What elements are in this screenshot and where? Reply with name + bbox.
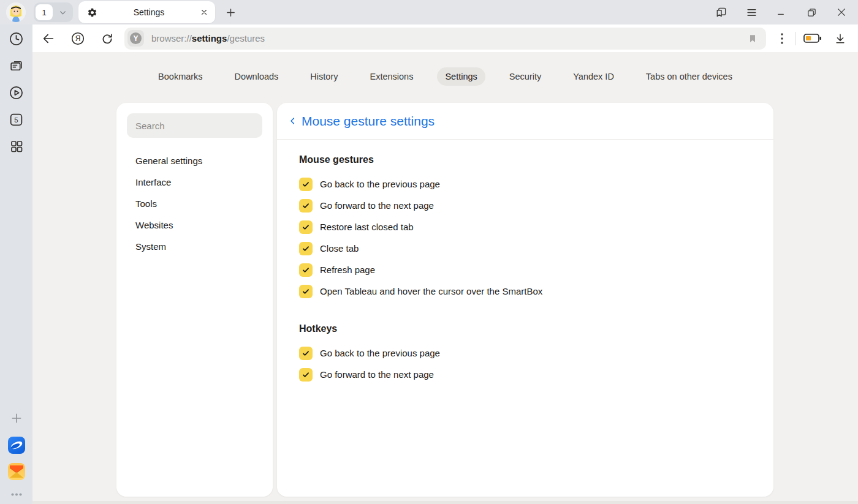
address-bar[interactable]: Y browser://settings/gestures (124, 28, 766, 50)
gesture-row: Close tab (299, 238, 751, 259)
add-panel-item-icon[interactable] (8, 410, 25, 427)
mouse-gestures-section: Mouse gestures Go back to the previous p… (299, 154, 751, 302)
tab-strip: 1 Settings (0, 0, 858, 24)
hotkey-row: Go back to the previous page (299, 342, 751, 364)
hotkey-row: Go forward to the next page (299, 364, 751, 385)
nav-tab-settings[interactable]: Settings (437, 67, 485, 86)
svg-text:Я: Я (75, 34, 81, 43)
back-chevron-icon[interactable] (288, 116, 297, 126)
profile-avatar[interactable] (6, 2, 26, 22)
sidebar-item-general[interactable]: General settings (127, 150, 262, 171)
nav-tab-bookmarks[interactable]: Bookmarks (150, 67, 211, 86)
gesture-row: Refresh page (299, 259, 751, 280)
gear-icon (87, 7, 97, 18)
gesture-row: Go forward to the next page (299, 195, 751, 216)
checkbox-checked[interactable] (299, 368, 313, 382)
history-icon[interactable] (8, 30, 25, 47)
checkbox-checked[interactable] (299, 242, 313, 255)
hotkey-label: Go forward to the next page (320, 369, 434, 380)
settings-nav-tabs: Bookmarks Downloads History Extensions S… (32, 52, 858, 84)
section-heading: Hotkeys (299, 323, 751, 334)
browser-toolbar: Я Y browser://settings/gestures (32, 24, 858, 52)
maximize-icon[interactable] (805, 6, 818, 18)
search-input[interactable] (127, 113, 262, 138)
minimize-icon[interactable] (775, 6, 788, 18)
checkbox-checked[interactable] (299, 220, 313, 234)
yandex-search-icon[interactable]: Я (70, 31, 85, 46)
sidebar-item-tools[interactable]: Tools (127, 193, 262, 214)
settings-sidebar: General settings Interface Tools Website… (116, 103, 273, 497)
site-badge-icon: Y (127, 30, 144, 47)
toolbar-divider (795, 32, 796, 45)
url-path: /gestures (227, 33, 265, 43)
nav-tab-security[interactable]: Security (501, 67, 549, 86)
rail-more-icon[interactable] (8, 489, 25, 499)
checkbox-checked[interactable] (299, 263, 313, 277)
notes-icon[interactable] (8, 57, 25, 74)
tab-title: Settings (97, 7, 200, 17)
avatar-illustration (6, 2, 26, 22)
side-panel-icon[interactable] (715, 6, 727, 18)
yandex-mail-app-icon[interactable] (8, 463, 25, 480)
services-grid-icon[interactable] (8, 138, 25, 155)
bookmark-flag-icon[interactable] (748, 33, 757, 44)
video-icon[interactable] (8, 84, 25, 101)
left-rail: 5 (0, 24, 32, 504)
gesture-label: Open Tableau and hover the cursor over t… (320, 286, 542, 296)
close-window-icon[interactable] (835, 6, 848, 18)
gesture-label: Close tab (320, 243, 359, 254)
gesture-row: Restore last closed tab (299, 216, 751, 238)
gesture-label: Go forward to the next page (320, 200, 434, 211)
nav-tab-downloads[interactable]: Downloads (227, 67, 287, 86)
gesture-label: Go back to the previous page (320, 179, 440, 189)
gesture-label: Restore last closed tab (320, 222, 414, 232)
nav-tab-yandex-id[interactable]: Yandex ID (565, 67, 622, 86)
yandex-disk-app-icon[interactable] (8, 437, 25, 454)
tab-close-icon[interactable] (200, 9, 208, 16)
refresh-icon[interactable] (100, 31, 115, 46)
checkbox-checked[interactable] (299, 178, 313, 191)
section-heading: Mouse gestures (299, 154, 751, 165)
url-host: settings (192, 33, 227, 43)
new-tab-button[interactable] (222, 4, 239, 21)
gesture-row: Go back to the previous page (299, 173, 751, 195)
checkbox-checked[interactable] (299, 199, 313, 213)
sidebar-item-interface[interactable]: Interface (127, 171, 262, 193)
nav-tab-other-devices[interactable]: Tabs on other devices (638, 67, 740, 86)
battery-icon[interactable] (803, 33, 822, 43)
settings-category-list: General settings Interface Tools Website… (127, 150, 262, 257)
url-scheme: browser:// (151, 33, 192, 43)
page-title[interactable]: Mouse gesture settings (302, 114, 435, 129)
menu-icon[interactable] (745, 6, 757, 18)
nav-tab-history[interactable]: History (302, 67, 346, 86)
hotkeys-section: Hotkeys Go back to the previous page Go … (299, 323, 751, 385)
panel-header: Mouse gesture settings (277, 103, 773, 140)
sidebar-item-system[interactable]: System (127, 236, 262, 257)
checkbox-checked[interactable] (299, 347, 313, 360)
checkbox-checked[interactable] (299, 285, 313, 298)
download-icon[interactable] (834, 32, 846, 45)
hotkey-label: Go back to the previous page (320, 348, 440, 358)
gesture-row: Open Tableau and hover the cursor over t… (299, 280, 751, 302)
browser-window: 1 Settings (0, 0, 858, 504)
chevron-down-icon[interactable] (53, 9, 73, 17)
gesture-label: Refresh page (320, 265, 375, 275)
back-icon[interactable] (41, 31, 56, 46)
url-text[interactable]: browser://settings/gestures (151, 33, 748, 43)
sidebar-item-websites[interactable]: Websites (127, 214, 262, 236)
nav-tab-extensions[interactable]: Extensions (362, 67, 421, 86)
more-options-icon[interactable] (777, 33, 787, 44)
tab-counter-icon[interactable]: 5 (8, 111, 25, 128)
gesture-settings-panel: Mouse gesture settings Mouse gestures Go… (277, 103, 773, 497)
svg-text:5: 5 (14, 116, 18, 123)
tab-count-badge[interactable]: 1 (36, 4, 53, 20)
active-tab[interactable]: Settings (78, 1, 215, 23)
tab-group-pill[interactable]: 1 (34, 2, 73, 22)
settings-page: Bookmarks Downloads History Extensions S… (32, 52, 858, 504)
